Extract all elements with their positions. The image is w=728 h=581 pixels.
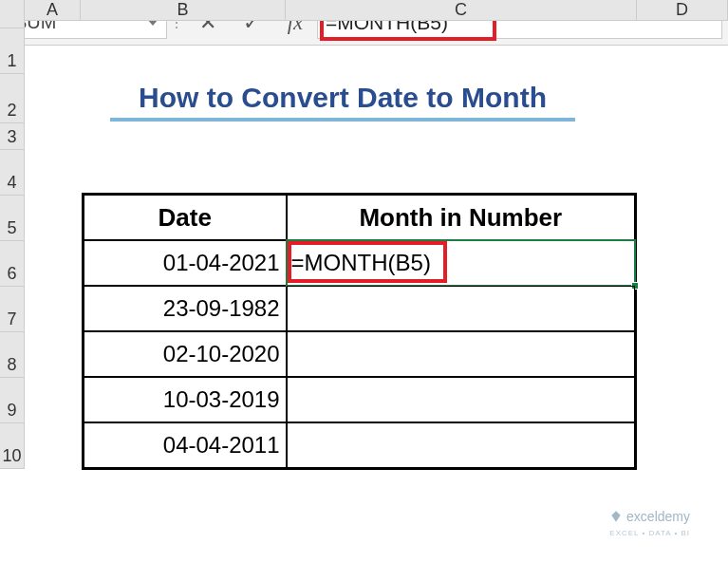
cell-B8[interactable]: 10-03-2019: [84, 377, 287, 422]
col-header-C[interactable]: C: [286, 0, 637, 21]
column-headers: A B C D: [25, 0, 728, 21]
row-header-2[interactable]: 2: [0, 74, 25, 123]
sheet-area: A B C D 1 2 3 4 5 6 7 8 9 10 How to Conv…: [0, 46, 728, 581]
row-header-6[interactable]: 6: [0, 241, 25, 287]
cell-B6[interactable]: 23-09-1982: [84, 286, 287, 331]
cell-B7[interactable]: 02-10-2020: [84, 331, 287, 377]
header-date: Date: [84, 195, 287, 240]
watermark-tagline: EXCEL • DATA • BI: [609, 529, 690, 537]
table-row: 01-04-2021 =MONTH(B5): [84, 240, 635, 286]
cell-C6[interactable]: [287, 286, 635, 331]
watermark: exceldemy: [609, 509, 690, 524]
page-title: How to Convert Date to Month: [110, 82, 575, 122]
row-header-3[interactable]: 3: [0, 123, 25, 150]
row-header-10[interactable]: 10: [0, 423, 25, 469]
cell-C5[interactable]: =MONTH(B5): [287, 240, 635, 286]
cell-formula-text: =MONTH(B5): [291, 250, 431, 276]
logo-icon: [609, 510, 623, 523]
row-header-8[interactable]: 8: [0, 332, 25, 378]
col-header-B[interactable]: B: [81, 0, 286, 21]
cell-B5[interactable]: 01-04-2021: [84, 240, 287, 286]
col-header-A[interactable]: A: [25, 0, 81, 21]
row-header-9[interactable]: 9: [0, 378, 25, 423]
table-header-row: Date Month in Number: [84, 195, 635, 240]
table-row: 04-04-2011: [84, 422, 635, 468]
row-header-5[interactable]: 5: [0, 196, 25, 241]
row-header-1[interactable]: 1: [0, 28, 25, 74]
table-row: 23-09-1982: [84, 286, 635, 331]
row-header-7[interactable]: 7: [0, 287, 25, 332]
cell-C8[interactable]: [287, 377, 635, 422]
row-header-4[interactable]: 4: [0, 150, 25, 196]
header-month: Month in Number: [287, 195, 635, 240]
row-headers: 1 2 3 4 5 6 7 8 9 10: [0, 28, 25, 469]
cell-B9[interactable]: 04-04-2011: [84, 422, 287, 468]
cell-C7[interactable]: [287, 331, 635, 377]
col-header-D[interactable]: D: [637, 0, 728, 21]
watermark-brand: exceldemy: [626, 509, 690, 524]
data-table: Date Month in Number 01-04-2021 =MONTH(B…: [82, 193, 637, 470]
table-row: 10-03-2019: [84, 377, 635, 422]
cell-C9[interactable]: [287, 422, 635, 468]
table-row: 02-10-2020: [84, 331, 635, 377]
grid[interactable]: How to Convert Date to Month Date Month …: [25, 28, 728, 581]
select-all-corner[interactable]: [0, 0, 25, 28]
